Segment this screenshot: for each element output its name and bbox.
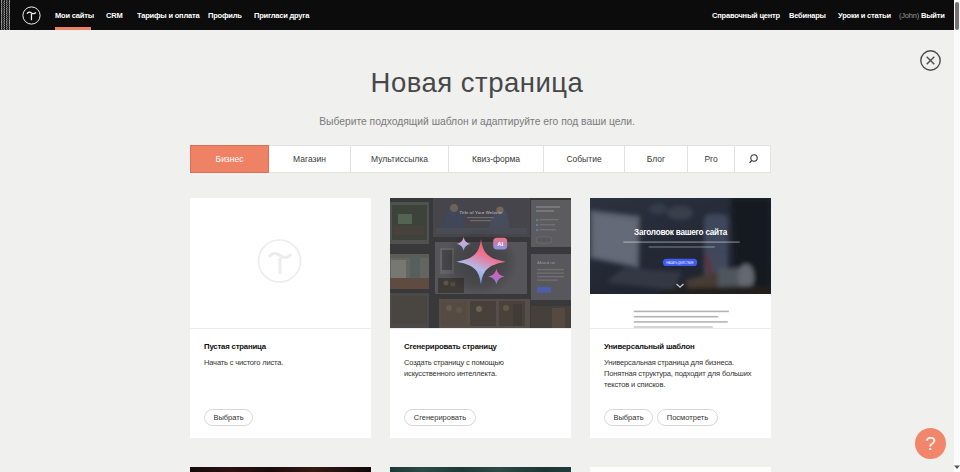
svg-text:Заголовок вашего сайта: Заголовок вашего сайта: [634, 228, 728, 237]
svg-text:Title of Your Website: Title of Your Website: [459, 210, 503, 215]
svg-text:AI: AI: [497, 241, 503, 247]
svg-text:НАЧАТЬ ДЕЙСТВИЕ: НАЧАТЬ ДЕЙСТВИЕ: [666, 261, 694, 265]
svg-text:About us: About us: [537, 260, 556, 265]
